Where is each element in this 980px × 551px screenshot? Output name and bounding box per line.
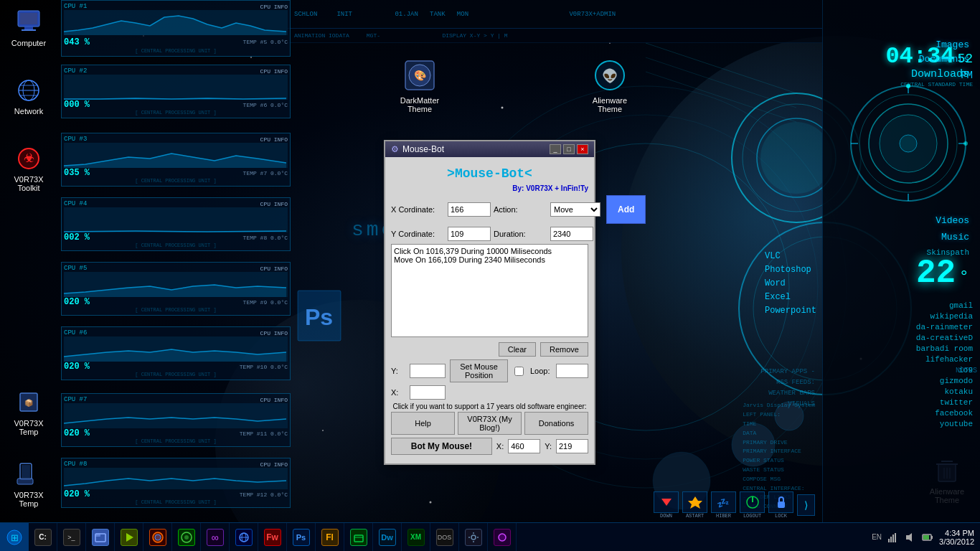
icon-astart[interactable]: ASTART: [682, 491, 707, 519]
remove-button[interactable]: Remove: [540, 342, 588, 357]
nav-images[interactable]: Images: [911, 39, 969, 50]
loop-input[interactable]: [556, 364, 588, 378]
icon-v0r73x-toolkit[interactable]: ☣ V0R73XToolkit: [4, 143, 54, 192]
link-facebook[interactable]: facebook: [916, 409, 973, 418]
icon-extra[interactable]: ⟩: [797, 494, 815, 516]
taskbar-filezilla[interactable]: [344, 523, 373, 551]
svg-rect-41: [17, 479, 33, 484]
cpu6-footer: [ CENTRAL PROCESSING UNIT ]: [64, 372, 288, 377]
cpu5-temp: TEMP #9 0.0°C: [243, 299, 288, 306]
dw-icon: Dw: [379, 529, 396, 546]
cpu4-graph: [64, 207, 288, 232]
toolkit-label: V0R73XToolkit: [4, 175, 54, 192]
nav-music[interactable]: Music: [927, 232, 969, 242]
icon-lock[interactable]: LOCK: [768, 491, 793, 519]
taskbar-dw[interactable]: Dw: [373, 523, 402, 551]
nav-downloads[interactable]: Downloads: [911, 68, 969, 80]
taskbar-firefox[interactable]: [143, 523, 172, 551]
icon-network[interactable]: Network: [4, 75, 54, 116]
dialog-title: Mouse-Bot: [402, 144, 444, 154]
link-twitter[interactable]: twitter: [916, 398, 973, 407]
start-button[interactable]: ⊞: [0, 523, 29, 552]
bot-x-input[interactable]: [508, 439, 540, 453]
taskbar-explorer[interactable]: [86, 523, 115, 551]
circular-hud-widget: [844, 79, 973, 208]
blog-button[interactable]: V0R73X (My Blog!): [458, 412, 522, 435]
icon-logout[interactable]: LOGOUT: [740, 491, 765, 519]
ie-icon: [235, 529, 253, 546]
link-darainmeter[interactable]: da-rainmeter: [916, 323, 973, 331]
taskbar-flash[interactable]: Fw: [258, 523, 287, 551]
bot-y-input[interactable]: [556, 439, 588, 453]
link-youtube[interactable]: youtube: [916, 420, 973, 428]
app-photoshop[interactable]: Photoshop: [765, 265, 816, 275]
support-text: Click if you want to support a 17 years …: [391, 402, 588, 410]
svg-rect-27: [20, 13, 37, 24]
taskbar-chrome[interactable]: [172, 523, 201, 551]
y-cordinate-input[interactable]: [448, 227, 491, 241]
help-button[interactable]: Help: [391, 412, 455, 435]
taskbar-xm[interactable]: XM: [402, 523, 430, 551]
taskbar-fl[interactable]: Fl: [316, 523, 344, 551]
icon-v0r73x2[interactable]: 📦 V0R73X Temp: [4, 387, 54, 436]
link-kotaku[interactable]: kotaku: [916, 387, 973, 396]
icon-v0r73x-temp[interactable]: V0R73XTemp: [4, 459, 54, 508]
volume-tray-icon[interactable]: [905, 532, 916, 543]
link-lifehacker[interactable]: lifehacker: [916, 355, 973, 364]
loop-checkbox[interactable]: [514, 367, 524, 376]
duration-input[interactable]: [550, 227, 593, 241]
app-excel[interactable]: Excel: [765, 292, 816, 302]
y-position-input[interactable]: [410, 364, 446, 378]
bot-mouse-button[interactable]: Bot My Mouse!: [391, 438, 492, 455]
app-word[interactable]: Word: [765, 278, 816, 288]
bp-primary-interface: PRIMARY INTERFACE: [743, 447, 815, 456]
svg-point-61: [900, 135, 917, 152]
taskbar-media[interactable]: [115, 523, 143, 551]
link-gmail[interactable]: gmail: [916, 301, 973, 310]
x-pos-label: X:: [391, 388, 405, 397]
link-dacreativeD[interactable]: da-creativeD: [916, 334, 973, 342]
cpu2-monitor: CPU #2 CPU INFO 000 % TEMP #6 0.0°C [ CE…: [61, 65, 291, 118]
cpu2-graph: [64, 75, 288, 100]
icon-down[interactable]: DOWN: [654, 491, 679, 519]
taskbar-infinity[interactable]: ∞: [201, 523, 230, 551]
icon-computer[interactable]: Computer: [4, 7, 54, 47]
link-gizmodo[interactable]: gizmodo: [916, 377, 973, 385]
clear-button[interactable]: Clear: [499, 342, 536, 357]
taskbar-settings[interactable]: [459, 523, 488, 551]
icon-hiber[interactable]: 💤 HIBER: [711, 491, 736, 519]
battery-tray-icon[interactable]: [922, 532, 933, 543]
lock-icon-bg: [768, 491, 793, 513]
svg-text:🎨: 🎨: [414, 70, 427, 82]
icon-alienware[interactable]: 👽 AlienwareTheme: [585, 57, 635, 113]
close-button[interactable]: ×: [577, 144, 588, 154]
x-position-input[interactable]: [410, 385, 446, 400]
taskbar-cmd[interactable]: C:: [29, 523, 57, 551]
action-select[interactable]: Move Click Double Click: [550, 202, 600, 217]
nav-documents[interactable]: Documents: [911, 54, 969, 65]
app-vlc[interactable]: VLC: [765, 251, 816, 261]
chrome-icon: [178, 529, 195, 546]
link-barbadi[interactable]: barbadi room: [916, 344, 973, 353]
maximize-button[interactable]: □: [563, 144, 575, 154]
svg-marker-89: [906, 533, 912, 542]
add-button[interactable]: Add: [606, 195, 646, 224]
taskbar-paint[interactable]: [488, 523, 517, 551]
set-mouse-button[interactable]: Set Mouse Position: [450, 359, 508, 382]
network-label: Network: [4, 107, 54, 116]
icon-darkmatter[interactable]: 🎨 DarkMatterTheme: [395, 57, 445, 113]
nav-videos[interactable]: Videos: [927, 215, 969, 226]
taskbar-dos[interactable]: DOS: [430, 523, 459, 551]
minimize-button[interactable]: _: [550, 144, 561, 154]
network-tray-icon[interactable]: [887, 532, 899, 543]
taskbar-ie[interactable]: [230, 523, 258, 551]
taskbar-ps[interactable]: Ps: [287, 523, 316, 551]
script-textarea[interactable]: Click On 1016,379 During 10000 Milisecon…: [391, 244, 588, 337]
x-cordinate-input[interactable]: [448, 202, 491, 217]
app-powerpoint[interactable]: Powerpoint: [765, 306, 816, 316]
darkmatter-label: DarkMatterTheme: [395, 96, 445, 113]
link-wikipedia[interactable]: wikipedia: [916, 312, 973, 321]
taskbar-cmd2[interactable]: >_: [57, 523, 86, 551]
donations-button[interactable]: Donations: [524, 412, 588, 435]
cpu1-label: CPU #1: [64, 3, 87, 10]
